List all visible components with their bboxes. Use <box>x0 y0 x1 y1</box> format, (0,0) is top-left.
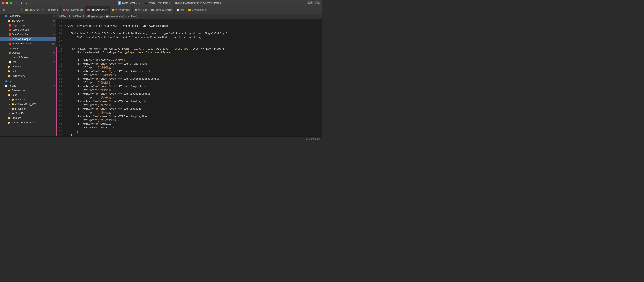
titlebar-right: ⚠ 3 ✕ 1 <box>307 1 320 4</box>
plist-icon-info: 📋 <box>8 61 12 63</box>
line-number: 77 <box>57 58 64 62</box>
sidebar-item-frameworks-pods[interactable]: ▸ 📁 Frameworks <box>0 88 56 93</box>
tab-viewcontroller2[interactable]: V ViewController <box>110 6 132 14</box>
folder-icon-snapkit: 📁 <box>11 112 15 115</box>
line-number: 70 <box>56 32 64 35</box>
sidebar-item-pods-root[interactable]: ▾ 🔷 Pods <box>0 79 56 84</box>
sidebar-item-aliplayersdk[interactable]: ▸ 📁 AliPlayerSDK_iOS <box>0 102 56 107</box>
sidebar-item-swiftdemol-group[interactable]: ▾ 📁 SwiftDemol M <box>0 18 56 23</box>
tab-icon-ali2: A <box>88 8 90 11</box>
tab-icon-vc2: V <box>112 8 114 11</box>
sidebar-item-info[interactable]: 📋 Info ? <box>0 60 56 64</box>
line-content: } <box>64 133 320 136</box>
tree-arrow-swiftdemol: ▾ <box>2 15 4 17</box>
sidebar-toggle-icon[interactable]: ⊟ <box>15 1 18 4</box>
line-content: "fn">print("跳转完成") <box>64 111 320 115</box>
sidebar-item-pods-expanded[interactable]: ▾ 📁 Pods <box>0 93 56 97</box>
line-number: 78 <box>57 62 64 66</box>
forward-icon[interactable]: › <box>14 7 20 12</box>
folder-icon-aliplayersdk: 📁 <box>11 103 15 106</box>
sidebar-label-pods-expanded: Pods <box>12 94 54 96</box>
sidebar-item-swiftdemol-root[interactable]: ▾ 🔷 SwiftDemol M <box>0 14 56 18</box>
sidebar-item-aliplayermanger[interactable]: 🔴 AliPlayerManger A <box>0 37 56 41</box>
line-number: 89 <box>57 103 64 107</box>
breadcrumb-bar: SwiftDemol › SwiftDemol › AliPlayerMange… <box>56 14 322 19</box>
sidebar-item-frameworks-sub[interactable]: ▸ 📁 Frameworks <box>0 73 56 78</box>
navigator-icon[interactable]: ⊞ <box>2 7 7 12</box>
sidebar-item-scenedelegate[interactable]: 🔴 SceneDelegate <box>0 27 56 32</box>
line-content: "kw">class="kw">func "fn">onCurrentPosit… <box>64 32 322 35</box>
tab-aliplayer[interactable]: A AliPlayer <box>132 6 149 14</box>
sidebar-label-swiftdemol-root: SwiftDemol <box>8 15 52 17</box>
line-number: 75 <box>57 51 64 54</box>
tab-icon-vc1: V <box>25 8 28 11</box>
back-icon[interactable]: ‹ <box>8 7 14 12</box>
sidebar-item-assets[interactable]: 🎨 Assets M <box>0 50 56 55</box>
line-number: 69 <box>56 28 64 32</box>
sidebar-item-viewcontroller[interactable]: 🔴 ViewController M <box>0 32 56 37</box>
run-icon[interactable]: ▶ <box>25 1 28 4</box>
folder-icon-frameworks-pods: 📁 <box>8 89 11 92</box>
tab-info[interactable]: i Info <box>174 6 186 14</box>
tab-frame-extension[interactable]: F Frame-Extension <box>149 6 174 14</box>
tab-bar: V ViewController P Podfile A AliPlayerMa… <box>23 6 320 14</box>
sidebar-item-targets-support[interactable]: ▸ 📁 Targets Support Files <box>0 120 56 125</box>
sidebar-item-products-pods[interactable]: ▸ 📁 Products <box>0 116 56 120</box>
sidebar-label-launchscreen: LaunchScreen <box>12 56 54 59</box>
bc-swiftdemol2: SwiftDemol <box>72 15 84 17</box>
sidebar-item-alamofire[interactable]: ▸ 📁 Alamofire <box>0 97 56 102</box>
sidebar-item-snapkit[interactable]: ▸ 📁 SnapKit <box>0 111 56 116</box>
code-editor[interactable]: 6768"kw">class="kw">extension "type">Ali… <box>56 19 322 136</box>
code-line: 75 "kw2">delegate?."fn">playerEvent(play… <box>57 51 320 54</box>
line-content: } <box>64 130 320 133</box>
line-content <box>64 43 322 47</box>
sidebar-item-frameextension[interactable]: 🔴 Frame-Extension A <box>0 41 56 46</box>
line-number: 87 <box>57 96 64 100</box>
tab-aliplayermanger1[interactable]: A AliPlayerManger <box>61 6 85 14</box>
main-layout: ▾ 🔷 SwiftDemol M ▾ 📁 SwiftDemol M 🔴 AppD… <box>0 14 322 136</box>
tree-arrow-frameworks: ▸ <box>4 74 8 77</box>
code-line: 70 "kw">class="kw">func "fn">onCurrentPo… <box>56 32 322 35</box>
podfile-icon: 📄 <box>4 84 8 87</box>
line-content: "kw">class="kw">case "type">AVPEventLoop… <box>64 115 320 118</box>
attribution-label: CSDN 专属小A <box>306 137 320 140</box>
line-content: "kw">class="kw">case "type">AVPEventAuto… <box>64 69 320 73</box>
line-content: "fn">print("播放完成") <box>64 88 320 92</box>
tab-viewcontroller3[interactable]: V ViewController <box>186 6 209 14</box>
code-line: 81 "fn">print("自动播放开始") <box>57 73 320 77</box>
line-content: "kw">class="kw">case "type">AVPEventPrep… <box>64 62 320 66</box>
line-number: 76 <box>57 54 64 58</box>
sidebar-item-kingfisher[interactable]: ▸ 📁 Kingfisher <box>0 107 56 111</box>
sidebar-item-pods-sub[interactable]: ▸ 📁 Pods <box>0 69 56 73</box>
folder-icon-frameworks: 📁 <box>8 74 11 77</box>
sidebar-item-products-group[interactable]: ▸ 📁 Products <box>0 64 56 69</box>
bc-changeaudio: changeAudio(currentTime:) <box>109 15 137 17</box>
close-button[interactable] <box>2 2 4 4</box>
tab-aliplayermanger2[interactable]: A AliPlayerManger <box>85 6 110 14</box>
editor-area: SwiftDemol › SwiftDemol › AliPlayerMange… <box>56 14 322 136</box>
tab-viewcontroller1[interactable]: V ViewController <box>23 6 46 14</box>
sidebar-label-frameextension: Frame-Extension <box>12 42 52 45</box>
line-content: "kw">class="kw">default: <box>64 122 320 126</box>
code-line: 94 "kw">class="kw">default: <box>57 122 320 126</box>
maximize-button[interactable] <box>10 2 12 4</box>
tree-arrow-pods-sub: ▸ <box>4 70 8 73</box>
sidebar-item-appdelegate[interactable]: 🔴 AppDelegate M <box>0 23 56 27</box>
warning-badge: ⚠ 3 <box>307 1 312 4</box>
minimize-button[interactable] <box>6 2 8 4</box>
line-number: 91 <box>57 111 64 115</box>
stop-icon[interactable]: ■ <box>20 1 23 4</box>
tab-podfile[interactable]: P Podfile <box>46 6 61 14</box>
line-number: 72 <box>56 39 64 43</box>
sidebar-item-launchscreen[interactable]: ✕ LaunchScreen <box>0 55 56 60</box>
sidebar-label-swiftdemol-group: SwiftDemol <box>12 19 52 22</box>
run-status-label: Running SwiftDemol on 库客双小鱼的iPhone <box>175 1 221 4</box>
sidebar-item-main[interactable]: ✕ Main <box>0 46 56 50</box>
sidebar-label-viewcontroller: ViewController <box>12 33 52 36</box>
sidebar-item-podfile[interactable]: 📄 Podfile ? <box>0 84 56 88</box>
line-number: 80 <box>57 69 64 73</box>
sidebar-label-assets: Assets <box>12 51 52 54</box>
code-line: 97 } <box>57 133 320 136</box>
line-content: "kw">class="kw">extension "type">AliPlay… <box>64 24 322 28</box>
tab-icon-ali1: A <box>63 8 65 11</box>
